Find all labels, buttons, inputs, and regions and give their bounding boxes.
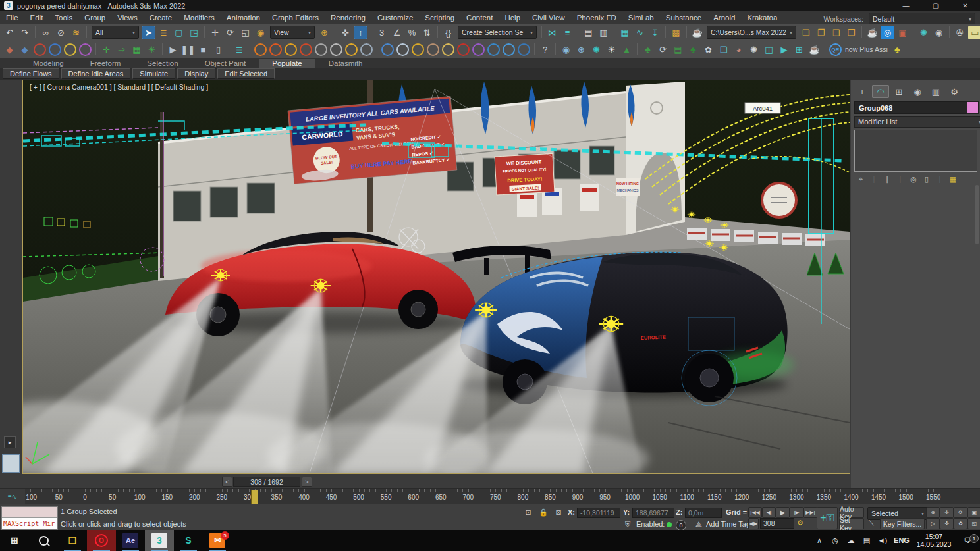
cigarette-smoke-icon[interactable] xyxy=(330,43,342,56)
export-folder-icon[interactable]: ❐ xyxy=(814,26,828,39)
pause-icon[interactable]: ❚❚ xyxy=(181,43,195,57)
bulb-icon[interactable]: ✺ xyxy=(589,43,603,57)
previous-key-button[interactable]: ◀| xyxy=(762,507,776,518)
monitor-play-icon[interactable]: ▶ xyxy=(777,43,791,57)
light-lister-icon[interactable]: ✺ xyxy=(917,26,931,39)
smoke-icon[interactable] xyxy=(315,43,327,56)
panel-scrollbar[interactable] xyxy=(975,185,979,244)
sun-icon[interactable]: ☀ xyxy=(605,43,618,57)
phoenix-fire-cube-icon[interactable]: ◆ xyxy=(3,43,16,57)
mail-app[interactable]: ✉ 5 xyxy=(203,530,232,551)
prev-frame-button[interactable]: < xyxy=(222,477,232,487)
timeline-playhead[interactable] xyxy=(251,490,258,504)
phoenix-water-cube-icon[interactable]: ◆ xyxy=(18,43,32,57)
material-teapot-icon[interactable]: ☕ xyxy=(865,26,879,39)
ocean-icon[interactable] xyxy=(518,43,530,56)
redo-icon[interactable]: ↷ xyxy=(18,26,32,39)
selection-filter-dropdown[interactable]: All▾ xyxy=(92,26,139,39)
bind-to-space-warp-icon[interactable]: ≋ xyxy=(69,26,83,39)
populate-flow-icon[interactable]: ⇒ xyxy=(115,43,128,57)
display-tab[interactable]: ▥ xyxy=(927,85,944,98)
modify-tab[interactable]: ◠ xyxy=(872,85,889,98)
project-folder-dropdown[interactable]: C:\Users\O...s Max 2022▾ xyxy=(707,26,796,39)
onedrive-icon[interactable]: ☁ xyxy=(843,537,859,545)
refresh-icon[interactable]: ⟳ xyxy=(656,43,670,57)
projector-icon[interactable]: ✇ xyxy=(953,26,967,39)
show-end-result-icon[interactable]: ∥ xyxy=(881,174,894,184)
populate-grid-icon[interactable]: ▦ xyxy=(130,43,144,57)
forest-tree-icon[interactable]: ♣ xyxy=(686,43,700,57)
next-frame-button[interactable]: > xyxy=(302,477,312,487)
after-effects-app[interactable]: Ae xyxy=(116,530,145,551)
qr-icon[interactable]: QR xyxy=(829,43,842,56)
select-and-rotate-icon[interactable]: ⟳ xyxy=(223,26,237,39)
hidden-icons-chevron[interactable]: ∧ xyxy=(811,537,827,545)
maxscript-mini-listener[interactable]: MAXScript Mir xyxy=(1,506,58,530)
reference-coordinate-dropdown[interactable]: View▾ xyxy=(270,26,315,39)
close-button[interactable]: ✕ xyxy=(950,0,980,11)
play-icon[interactable]: ▶ xyxy=(166,43,180,57)
object-name-field[interactable]: Group068 xyxy=(854,101,969,114)
menu-item[interactable]: Customize xyxy=(371,11,419,24)
configure-modifier-sets-icon[interactable]: ▦ xyxy=(946,174,960,184)
menu-item[interactable]: Content xyxy=(460,11,499,24)
beer-icon[interactable] xyxy=(412,43,424,56)
frame-indicator[interactable]: 308 / 1692 xyxy=(233,477,300,487)
splash-icon[interactable] xyxy=(381,43,394,56)
menu-item[interactable]: Views xyxy=(111,11,143,24)
surfshark-app[interactable]: S xyxy=(174,530,203,551)
use-pivot-point-icon[interactable]: ⊕ xyxy=(317,26,331,39)
coffee-icon[interactable] xyxy=(427,43,439,56)
keyboard-override-icon[interactable]: ↑ xyxy=(354,26,368,39)
ribbon-button[interactable]: Simulate xyxy=(132,68,175,79)
select-and-scale-icon[interactable]: ◱ xyxy=(238,26,252,39)
candle-icon[interactable] xyxy=(345,43,358,56)
mini-listener-icon[interactable] xyxy=(2,454,20,473)
tab-object-paint[interactable]: Object Paint xyxy=(192,59,259,68)
render-frame-icon[interactable]: ▣ xyxy=(896,26,910,39)
network-icon[interactable]: ▤ xyxy=(859,537,875,545)
explosion-icon[interactable] xyxy=(285,43,297,56)
maxscript-label[interactable]: MAXScript Mir xyxy=(2,518,57,529)
teapot-small-icon[interactable]: ☕ xyxy=(807,43,821,57)
go-to-start-button[interactable]: |◀◀ xyxy=(748,507,762,518)
shield-icon[interactable]: ⛨ xyxy=(622,519,634,529)
percent-snap-icon[interactable]: % xyxy=(405,26,419,39)
spinner-snap-icon[interactable]: ⇅ xyxy=(420,26,434,39)
populate-burst-icon[interactable]: ✳ xyxy=(145,43,159,57)
layer-explorer-icon[interactable]: ▤ xyxy=(582,26,595,39)
curve-editor-icon[interactable]: ∿ xyxy=(633,26,647,39)
sand-icon[interactable] xyxy=(442,43,454,56)
add-time-tag[interactable]: Add Time Tag xyxy=(706,520,750,528)
select-and-manipulate-icon[interactable]: ✜ xyxy=(339,26,352,39)
menu-item[interactable]: File xyxy=(0,11,24,24)
select-by-name-icon[interactable]: ≣ xyxy=(157,26,171,39)
menu-item[interactable]: Help xyxy=(499,11,526,24)
ice-icon[interactable] xyxy=(396,43,409,56)
link-folder-icon[interactable]: ❑ xyxy=(829,26,843,39)
fumefx-flame-icon[interactable] xyxy=(269,43,282,56)
align-icon[interactable]: ≡ xyxy=(560,26,574,39)
modifier-stack[interactable] xyxy=(854,130,977,172)
plus-assist-button[interactable]: now Plus Assi xyxy=(845,45,888,53)
transform-type-in-icon[interactable]: ⊠ xyxy=(553,508,564,517)
motion-tab[interactable]: ◉ xyxy=(909,85,926,98)
key-step-toggle[interactable]: ◀▶ xyxy=(748,518,759,529)
hierarchy-tab[interactable]: ⊞ xyxy=(890,85,908,98)
menu-item[interactable]: Edit xyxy=(24,11,49,24)
notification-center[interactable]: 🗨 1 xyxy=(955,537,980,544)
remove-modifier-icon[interactable]: ▯ xyxy=(920,174,933,184)
maximize-viewport-icon[interactable]: ▣ xyxy=(967,507,980,518)
ribbon-button[interactable]: Edit Selected xyxy=(217,68,275,79)
wave-icon[interactable] xyxy=(503,43,515,56)
menu-item[interactable]: Tools xyxy=(49,11,78,24)
pin-stack-icon[interactable]: ⌖ xyxy=(854,174,867,184)
fan-icon[interactable]: ✿ xyxy=(701,43,715,57)
phoenix-fire-icon[interactable] xyxy=(34,43,46,56)
ribbon-button[interactable]: Define Idle Areas xyxy=(61,68,131,79)
orbit-icon[interactable]: ⟳ xyxy=(954,507,967,518)
toggle-ribbon-icon[interactable]: ▦ xyxy=(618,26,632,39)
make-unique-icon[interactable]: ◎ xyxy=(907,174,920,184)
camera-add-icon[interactable]: ⊕ xyxy=(574,43,588,57)
play-button[interactable]: ▶ xyxy=(776,507,790,518)
